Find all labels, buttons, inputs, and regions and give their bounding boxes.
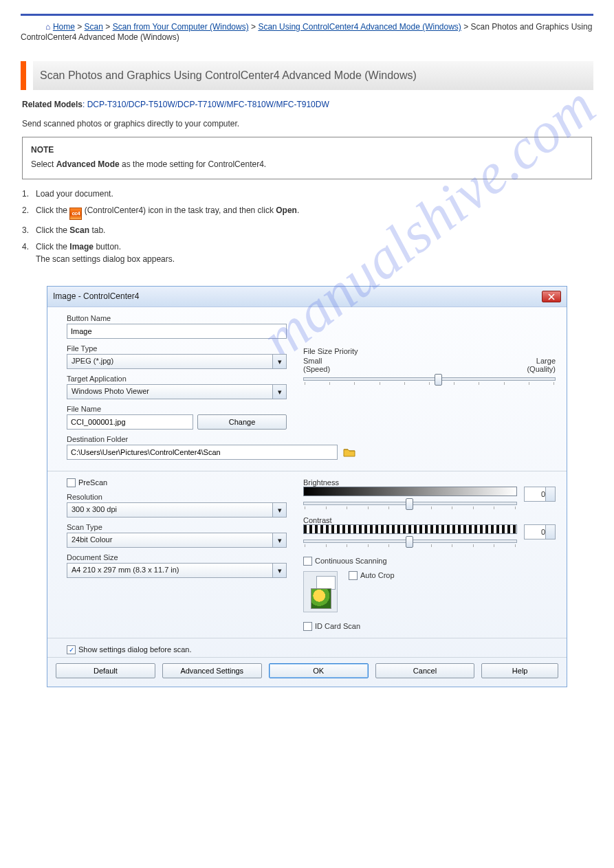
step-2: 2. Click the cc4 (ControlCenter4) icon i… [22, 204, 592, 220]
file-size-priority-label: File Size Priority [303, 347, 556, 355]
scan-type-select[interactable]: 24bit Colour ▾ [67, 533, 287, 548]
step-3: 3. Click the Scan tab. [22, 224, 592, 236]
crumb-sep: > [251, 22, 258, 32]
crumb-sep: > [105, 22, 112, 32]
slider-thumb[interactable] [406, 536, 413, 548]
contrast-label: Contrast [303, 516, 556, 524]
button-name-input[interactable] [67, 324, 287, 339]
cancel-button[interactable]: Cancel [375, 663, 475, 678]
brightness-slider[interactable] [303, 502, 517, 505]
file-size-small-label: Small [303, 357, 322, 365]
brightness-gradient [303, 487, 517, 496]
destination-input[interactable] [67, 445, 338, 460]
file-name-label: File Name [67, 405, 287, 413]
file-size-slider[interactable] [303, 377, 556, 381]
note-box: NOTE Select Advanced Mode as the mode se… [22, 137, 592, 179]
related-models-list: : DCP-T310/DCP-T510W/DCP-T710W/MFC-T810W… [83, 100, 329, 109]
related-models: Related Models: DCP-T310/DCP-T510W/DCP-T… [22, 100, 592, 109]
help-button[interactable]: Help [481, 663, 558, 678]
prescan-checkbox[interactable]: PreScan [67, 478, 107, 487]
preview-thumbnail[interactable] [303, 571, 338, 612]
crumb-scan[interactable]: Scan [85, 22, 103, 32]
crumb-home[interactable]: Home [53, 22, 75, 32]
id-card-scan-checkbox[interactable]: ID Card Scan [303, 622, 360, 631]
close-button[interactable] [542, 291, 561, 302]
contrast-slider[interactable] [303, 539, 517, 543]
file-size-speed-label: (Speed) [303, 365, 330, 373]
target-app-label: Target Application [67, 375, 287, 383]
target-app-select[interactable]: Windows Photo Viewer ▾ [67, 384, 287, 399]
brightness-value[interactable]: 0 [524, 487, 556, 502]
top-rule [21, 14, 593, 16]
slider-thumb[interactable] [406, 498, 413, 510]
scan-settings-dialog: Image - ControlCenter4 Button Name File … [47, 286, 567, 687]
step-4: 4. Click the Image button. The scan sett… [22, 241, 592, 265]
chevron-down-icon: ▾ [272, 385, 286, 399]
chevron-down-icon: ▾ [272, 533, 286, 547]
file-name-input[interactable] [67, 414, 193, 430]
document-size-label: Document Size [67, 553, 287, 561]
home-icon[interactable]: ⌂ [45, 22, 50, 32]
dialog-title: Image - ControlCenter4 [53, 291, 139, 301]
cc4-icon: cc4 [69, 208, 82, 220]
step-1: 1. Load your document. [22, 188, 592, 200]
note-title: NOTE [31, 144, 583, 156]
crumb-scan-from-computer[interactable]: Scan from Your Computer (Windows) [113, 22, 249, 32]
contrast-value[interactable]: 0 [524, 524, 556, 539]
brightness-label: Brightness [303, 478, 556, 487]
contrast-pattern [303, 524, 517, 534]
file-size-large-label: Large [536, 357, 556, 365]
slider-thumb[interactable] [435, 374, 442, 386]
crumb-cc4-adv[interactable]: Scan Using ControlCenter4 Advanced Mode … [258, 22, 461, 32]
step-1-text: Load your document. [36, 188, 592, 200]
button-name-label: Button Name [67, 314, 287, 322]
chevron-down-icon: ▾ [272, 503, 286, 517]
advanced-settings-button[interactable]: Advanced Settings [162, 663, 262, 678]
crumb-sep: > [463, 22, 470, 32]
ok-button[interactable]: OK [269, 663, 369, 678]
heading-accent [21, 61, 26, 90]
show-settings-checkbox[interactable]: ✓Show settings dialog before scan. [67, 645, 192, 654]
file-type-label: File Type [67, 344, 287, 353]
crumb-sep: > [77, 22, 84, 32]
lead-paragraph: Send scanned photos or graphics directly… [22, 119, 592, 129]
file-size-quality-label: (Quality) [527, 365, 556, 373]
change-button[interactable]: Change [197, 414, 287, 430]
default-button[interactable]: Default [56, 663, 155, 678]
document-size-select[interactable]: A4 210 x 297 mm (8.3 x 11.7 in) ▾ [67, 563, 287, 578]
resolution-select[interactable]: 300 x 300 dpi ▾ [67, 502, 287, 518]
chevron-down-icon: ▾ [272, 564, 286, 577]
file-type-select[interactable]: JPEG (*.jpg) ▾ [67, 354, 287, 369]
related-models-label: Related Models [22, 100, 83, 109]
page-title: Scan Photos and Graphics Using ControlCe… [33, 61, 593, 90]
dialog-title-bar: Image - ControlCenter4 [47, 287, 567, 307]
note-body: Select Advanced Mode as the mode setting… [31, 159, 266, 169]
continuous-scanning-checkbox[interactable]: Continuous Scanning [303, 557, 387, 566]
auto-crop-checkbox[interactable]: Auto Crop [349, 571, 395, 580]
scan-type-label: Scan Type [67, 523, 287, 531]
chevron-down-icon: ▾ [272, 355, 286, 368]
close-icon [548, 293, 555, 300]
resolution-label: Resolution [67, 493, 287, 501]
